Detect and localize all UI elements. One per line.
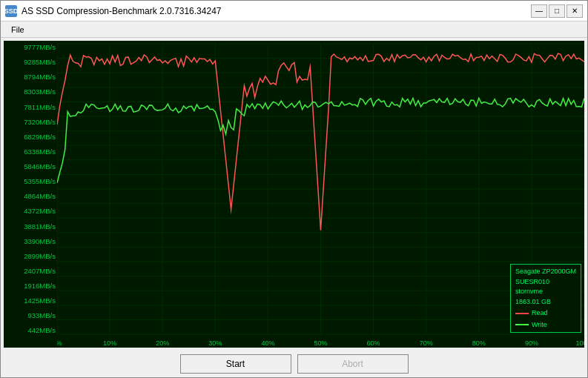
- y-axis-label: 7320MB/s: [5, 119, 56, 126]
- y-axis-label: 6829MB/s: [5, 133, 56, 141]
- menu-file[interactable]: File: [5, 24, 30, 36]
- legend-model: stornvme: [515, 287, 576, 297]
- button-bar: Start Abort: [1, 351, 587, 377]
- legend-read-label: Read: [532, 308, 548, 319]
- app-icon: SSD: [5, 5, 17, 17]
- y-axis-label: 6338MB/s: [5, 148, 56, 156]
- legend-write-label: Write: [532, 320, 547, 331]
- maximize-button[interactable]: □: [549, 4, 565, 18]
- chart-canvas: [57, 41, 584, 348]
- window-title: AS SSD Compression-Benchmark 2.0.7316.34…: [22, 6, 221, 16]
- y-axis-label: 1916MB/s: [5, 282, 56, 290]
- legend-box: Seagate ZP2000GM SUESR010 stornvme 1863.…: [510, 264, 581, 333]
- y-axis-label: 5846MB/s: [5, 163, 56, 170]
- y-axis-label: 7811MB/s: [5, 104, 56, 111]
- y-axis-label: 8794MB/s: [5, 73, 56, 81]
- close-button[interactable]: ✕: [566, 4, 583, 18]
- y-axis-label: 933MB/s: [5, 312, 56, 319]
- y-axis-label: 9777MB/s: [5, 44, 56, 51]
- y-axis-label: 8303MB/s: [5, 88, 56, 96]
- legend-device: Seagate ZP2000GM: [515, 267, 576, 277]
- main-window: SSD AS SSD Compression-Benchmark 2.0.731…: [0, 0, 588, 378]
- legend-driver: SUESR010: [515, 277, 576, 288]
- y-axis-label: 4864MB/s: [5, 193, 56, 200]
- legend-write-line: Write: [515, 320, 576, 331]
- legend-size: 1863.01 GB: [515, 297, 576, 308]
- title-left: SSD AS SSD Compression-Benchmark 2.0.731…: [5, 5, 221, 17]
- start-button[interactable]: Start: [180, 354, 291, 374]
- y-axis-label: 3881MB/s: [5, 223, 56, 231]
- y-axis-label: 4372MB/s: [5, 208, 56, 215]
- legend-read-line: Read: [515, 308, 576, 319]
- y-axis-label: 1425MB/s: [5, 297, 56, 305]
- y-axis-label: 5355MB/s: [5, 178, 56, 185]
- y-axis-label: 2899MB/s: [5, 253, 56, 260]
- y-axis-label: 2407MB/s: [5, 268, 56, 275]
- y-axis: 9777MB/s9285MB/s8794MB/s8303MB/s7811MB/s…: [4, 41, 57, 348]
- read-color-swatch: [515, 313, 529, 314]
- minimize-button[interactable]: —: [531, 4, 547, 18]
- abort-button[interactable]: Abort: [297, 354, 409, 374]
- chart-main: Seagate ZP2000GM SUESR010 stornvme 1863.…: [57, 41, 584, 348]
- title-bar: SSD AS SSD Compression-Benchmark 2.0.731…: [1, 1, 587, 21]
- y-axis-label: 9285MB/s: [5, 59, 56, 66]
- y-axis-label: 3390MB/s: [5, 238, 56, 245]
- write-color-swatch: [515, 324, 529, 325]
- menu-bar: File: [1, 21, 587, 38]
- y-axis-label: 442MB/s: [5, 327, 56, 334]
- title-controls: — □ ✕: [531, 4, 583, 18]
- chart-area: 9777MB/s9285MB/s8794MB/s8303MB/s7811MB/s…: [4, 41, 584, 348]
